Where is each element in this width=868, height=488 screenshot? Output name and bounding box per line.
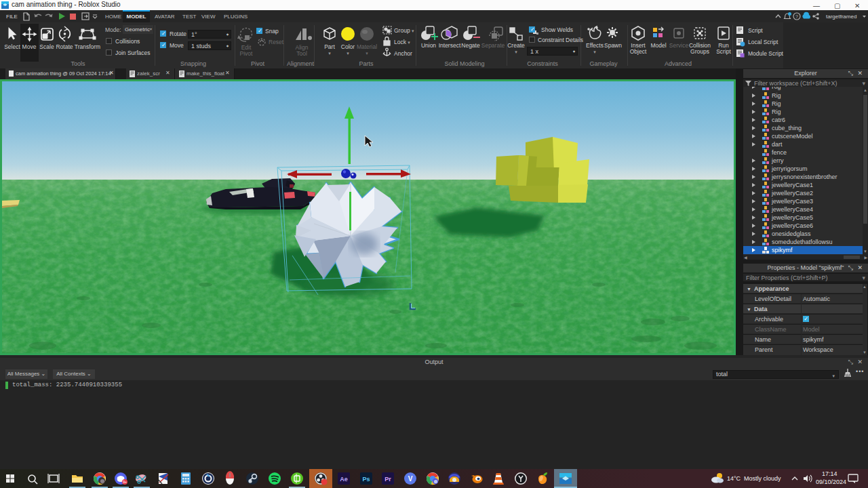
svg-text:Ps: Ps xyxy=(362,476,370,483)
svg-text:V: V xyxy=(408,475,413,483)
svg-text:Ae: Ae xyxy=(340,476,348,483)
svg-text:9+: 9+ xyxy=(123,480,127,484)
svg-text:?: ? xyxy=(795,14,798,19)
svg-text:Pr: Pr xyxy=(384,476,391,483)
